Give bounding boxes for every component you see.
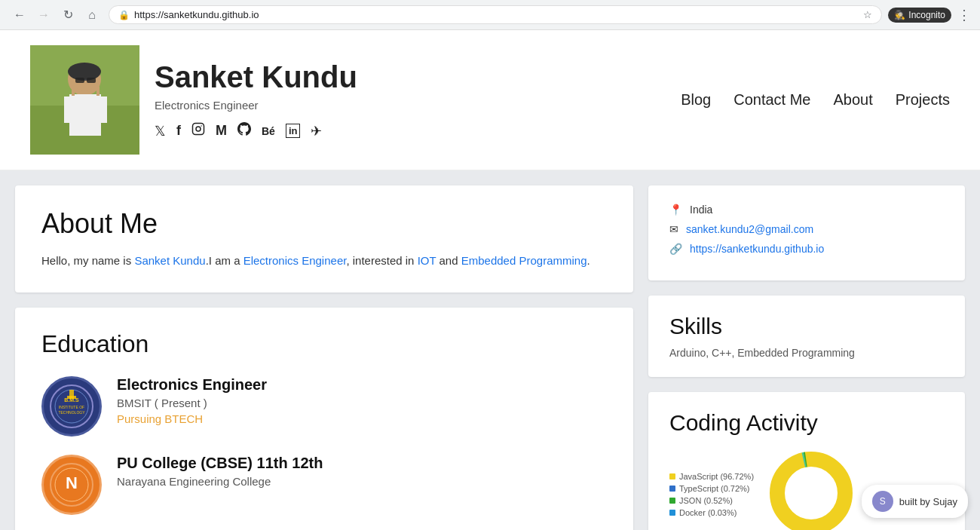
url-text: https://sanketkundu.github.io <box>134 9 859 20</box>
reload-button[interactable]: ↻ <box>57 5 78 26</box>
built-by-text: built by Sujay <box>899 496 957 507</box>
home-button[interactable]: ⌂ <box>81 5 103 26</box>
svg-rect-5 <box>96 97 107 123</box>
edu-degree-1: Electronics Engineer <box>117 376 267 394</box>
education-title: Education <box>41 330 607 358</box>
header-left: Sanket Kundu Electronics Engineer 𝕏 f M <box>30 45 357 155</box>
about-interest1-link[interactable]: IOT <box>418 254 436 267</box>
browser-toolbar: ← → ↻ ⌂ 🔒 https://sanketkundu.github.io … <box>0 0 980 30</box>
skills-title: Skills <box>669 314 944 339</box>
legend-dot-ts <box>669 486 675 492</box>
about-text-end: . <box>587 254 590 267</box>
about-interest2-link[interactable]: Embedded Programming <box>461 254 587 267</box>
right-column: 📍 India ✉ sanket.kundu2@gmail.com 🔗 http… <box>648 185 965 530</box>
behance-icon[interactable]: Bé <box>262 125 275 137</box>
svg-rect-8 <box>72 87 75 96</box>
bmsit-logo: B.M.S INSTITUTE OF TECHNOLOGY <box>41 376 102 437</box>
edu-institution-2: Narayana Engineering College <box>117 475 323 488</box>
svg-point-14 <box>196 127 201 131</box>
website-item: 🔗 https://sanketkundu.github.io <box>669 243 944 255</box>
social-links: 𝕏 f M Bé in ✈ <box>155 122 357 139</box>
incognito-badge: 🕵 Incognito <box>888 8 951 23</box>
lock-icon: 🔒 <box>118 10 130 20</box>
github-icon[interactable] <box>237 122 251 139</box>
legend-ts: TypeScript (0.72%) <box>669 484 754 493</box>
svg-point-7 <box>68 63 101 81</box>
skills-card: Skills Arduino, C++, Embedded Programmin… <box>648 296 965 377</box>
edu-type-1: Pursuing BTECH <box>117 412 267 425</box>
about-text-before: Hello, my name is <box>41 254 134 267</box>
legend-label-js: JavaScript (96.72%) <box>679 472 754 481</box>
info-card: 📍 India ✉ sanket.kundu2@gmail.com 🔗 http… <box>648 185 965 280</box>
edu-institution-1: BMSIT ( Present ) <box>117 397 267 409</box>
legend-label-json: JSON (0.52%) <box>679 496 733 505</box>
bookmark-icon[interactable]: ☆ <box>863 9 872 20</box>
twitter-icon[interactable]: 𝕏 <box>155 123 166 139</box>
edu-degree-2: PU College (CBSE) 11th 12th <box>117 455 323 472</box>
svg-text:TECHNOLOGY: TECHNOLOGY <box>58 410 85 415</box>
nav-blog[interactable]: Blog <box>681 91 711 109</box>
browser-nav: ← → ↻ ⌂ <box>9 5 103 26</box>
legend-dot-js <box>669 473 675 479</box>
built-by-badge: S built by Sujay <box>862 485 968 518</box>
back-button[interactable]: ← <box>9 5 30 26</box>
incognito-label: Incognito <box>908 10 945 20</box>
legend-js: JavaScript (96.72%) <box>669 472 754 481</box>
nav-contact[interactable]: Contact Me <box>733 91 810 109</box>
website-link[interactable]: https://sanketkundu.github.io <box>690 243 824 255</box>
svg-rect-4 <box>64 97 75 123</box>
forward-button[interactable]: → <box>33 5 54 26</box>
skills-text: Arduino, C++, Embedded Programming <box>669 347 944 359</box>
main-nav: Blog Contact Me About Projects <box>681 91 950 109</box>
location-icon: 📍 <box>669 204 682 216</box>
email-icon: ✉ <box>669 223 678 235</box>
about-name-link[interactable]: Sanket Kundu <box>134 254 205 267</box>
svg-rect-22 <box>67 396 76 399</box>
about-text-mid1: .I am a <box>206 254 243 267</box>
svg-rect-13 <box>193 124 204 135</box>
legend-json: JSON (0.52%) <box>669 496 754 505</box>
site-title: Sanket Kundu <box>155 60 357 94</box>
incognito-icon: 🕵 <box>894 10 905 20</box>
instagram-icon[interactable] <box>191 122 205 139</box>
legend-dot-json <box>669 498 675 504</box>
svg-rect-11 <box>87 78 96 83</box>
about-role-link[interactable]: Electronics Engineer <box>243 254 347 267</box>
svg-text:INSTITUTE OF: INSTITUTE OF <box>59 405 84 409</box>
site-header: Sanket Kundu Electronics Engineer 𝕏 f M <box>0 30 980 170</box>
svg-point-15 <box>201 125 202 127</box>
legend-label-ts: TypeScript (0.72%) <box>679 484 750 493</box>
coding-title: Coding Activity <box>669 410 944 436</box>
edu-item-2: N PU College (CBSE) 11th 12th Narayana E… <box>41 455 607 515</box>
email-item: ✉ sanket.kundu2@gmail.com <box>669 223 944 235</box>
svg-rect-10 <box>75 78 84 83</box>
email-link[interactable]: sanket.kundu2@gmail.com <box>686 223 813 235</box>
left-column: About Me Hello, my name is Sanket Kundu.… <box>15 185 633 530</box>
location-item: 📍 India <box>669 204 944 216</box>
chart-legend: JavaScript (96.72%) TypeScript (0.72%) J… <box>669 472 754 517</box>
edu-details-2: PU College (CBSE) 11th 12th Narayana Eng… <box>117 455 323 488</box>
nav-projects[interactable]: Projects <box>896 91 950 109</box>
education-card: Education B.M.S INSTITUTE OF TECHNOLOGY <box>15 308 633 530</box>
browser-right-controls: 🕵 Incognito ⋮ <box>888 7 971 23</box>
website-icon: 🔗 <box>669 243 682 255</box>
svg-point-29 <box>786 467 837 519</box>
linkedin-icon[interactable]: in <box>286 124 301 138</box>
about-text: Hello, my name is Sanket Kundu.I am a El… <box>41 252 607 270</box>
donut-chart <box>766 448 856 530</box>
edu-details-1: Electronics Engineer BMSIT ( Present ) P… <box>117 376 267 425</box>
pu-logo: N <box>41 455 102 515</box>
legend-label-docker: Docker (0.03%) <box>679 508 737 517</box>
menu-icon[interactable]: ⋮ <box>957 7 971 23</box>
medium-icon[interactable]: M <box>216 123 227 139</box>
location-text: India <box>690 204 712 216</box>
facebook-icon[interactable]: f <box>176 123 181 139</box>
legend-docker: Docker (0.03%) <box>669 508 754 517</box>
about-card: About Me Hello, my name is Sanket Kundu.… <box>15 185 633 293</box>
nav-about[interactable]: About <box>833 91 872 109</box>
address-bar[interactable]: 🔒 https://sanketkundu.github.io ☆ <box>109 5 882 24</box>
about-text-mid2: , interested in <box>346 254 417 267</box>
telegram-icon[interactable]: ✈ <box>311 123 322 139</box>
about-title: About Me <box>41 208 607 240</box>
main-content: About Me Hello, my name is Sanket Kundu.… <box>0 170 980 530</box>
